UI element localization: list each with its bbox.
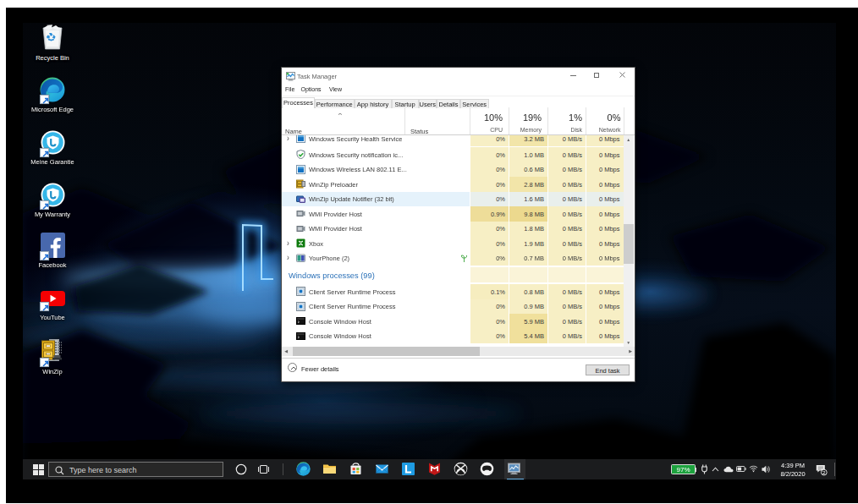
svg-text:2: 2 [822, 468, 826, 474]
